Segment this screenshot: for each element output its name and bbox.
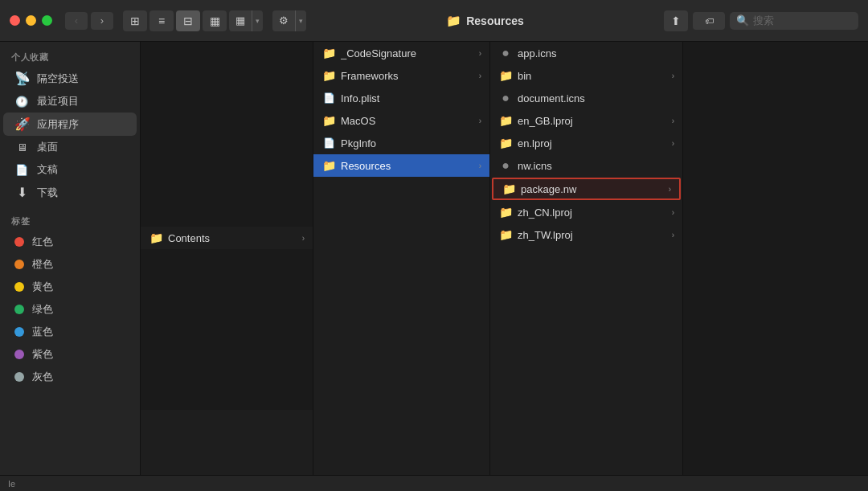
minimize-button[interactable] (26, 15, 36, 26)
sidebar-item-tag-gray[interactable]: 灰色 (3, 366, 137, 388)
tag-label: 紫色 (32, 347, 53, 362)
file-name: Info.plist (341, 92, 481, 104)
sidebar-item-label: 隔空投送 (37, 72, 79, 86)
chevron-right-icon: › (672, 231, 674, 239)
list-item[interactable]: ● app.icns (490, 42, 682, 64)
file-name: bin (518, 70, 667, 82)
tag-button[interactable]: 🏷 (693, 12, 725, 30)
list-item-resources[interactable]: 📁 Resources › (313, 154, 489, 177)
folder-icon: 📁 (498, 114, 513, 127)
folder-icon: 📁 (498, 137, 513, 149)
file-icon: ● (498, 91, 513, 105)
sidebar-item-label: 应用程序 (37, 117, 79, 132)
icon-view-button[interactable]: ⊞ (123, 10, 147, 31)
window-title: Resources (466, 14, 524, 27)
file-name: zh_CN.lproj (518, 207, 667, 219)
share-button[interactable]: ⬆ (664, 10, 688, 31)
search-bar[interactable]: 🔍 搜索 (730, 12, 858, 30)
chevron-right-icon: › (479, 49, 481, 58)
file-name: en.lproj (518, 137, 667, 149)
chevron-right-icon: › (669, 185, 671, 194)
status-text: Ie (8, 479, 15, 489)
file-icon: ● (498, 46, 513, 60)
back-button[interactable]: ‹ (65, 12, 88, 30)
sidebar-item-tag-green[interactable]: 绿色 (3, 298, 137, 321)
file-name: _CodeSignature (341, 47, 474, 59)
column-view-button[interactable]: ⊟ (176, 10, 200, 31)
list-item[interactable]: 📄 PkgInfo (313, 132, 489, 154)
sidebar-item-documents[interactable]: 📄 文稿 (3, 158, 137, 181)
sidebar-item-label: 最近项目 (37, 94, 79, 108)
chevron-right-icon: › (672, 208, 674, 217)
folder-icon: 📁 (321, 114, 336, 127)
list-item[interactable]: 📁 Contents › (141, 227, 313, 249)
tag-label: 绿色 (32, 302, 53, 317)
file-name: en_GB.lproj (518, 115, 667, 127)
file-name: Contents (168, 232, 297, 244)
tag-label: 红色 (32, 235, 53, 249)
sidebar-item-recents[interactable]: 🕐 最近项目 (3, 90, 137, 113)
search-icon: 🔍 (736, 14, 749, 27)
titlebar: ‹ › ⊞ ≡ ⊟ ▦ ▦ ▾ ⚙ ▾ 📁 Resources ⬆ 🏷 🔍 搜索 (0, 0, 868, 42)
favorites-label: 个人收藏 (0, 51, 140, 67)
gray-tag-dot (14, 372, 24, 382)
gear-menu-button[interactable]: ⚙ ▾ (272, 10, 306, 31)
gallery-view-button[interactable]: ▦ (203, 10, 227, 31)
sidebar-item-tag-yellow[interactable]: 黄色 (3, 276, 137, 298)
file-column-4 (683, 42, 868, 475)
chevron-right-icon: › (479, 72, 481, 80)
list-item-package-nw[interactable]: 📁 package.nw › (492, 178, 681, 200)
file-name: document.icns (518, 92, 674, 104)
orange-tag-dot (14, 260, 24, 269)
folder-icon: 📁 (321, 69, 336, 82)
chevron-right-icon: › (302, 234, 305, 243)
list-item[interactable]: 📁 _CodeSignature › (313, 42, 489, 64)
nav-buttons: ‹ › (65, 12, 113, 30)
list-item[interactable]: 📁 MacOS › (313, 109, 489, 132)
sidebar-item-label: 桌面 (37, 140, 58, 154)
view-options-button[interactable]: ▦ ▾ (229, 10, 263, 31)
list-item[interactable]: ● document.icns (490, 87, 682, 109)
sidebar-item-applications[interactable]: 🚀 应用程序 (3, 113, 137, 136)
list-item[interactable]: 📄 Info.plist (313, 87, 489, 109)
view-toolbar: ⊞ ≡ ⊟ ▦ ▦ ▾ (123, 10, 263, 31)
list-item[interactable]: ● nw.icns (490, 154, 682, 177)
folder-icon: 📁 (446, 14, 461, 28)
sidebar-item-airdrop[interactable]: 📡 隔空投送 (3, 67, 137, 90)
list-item[interactable]: 📁 bin › (490, 64, 682, 87)
list-item[interactable]: 📁 en_GB.lproj › (490, 109, 682, 132)
file-name: Resources (341, 160, 474, 172)
close-button[interactable] (10, 15, 20, 26)
fullscreen-button[interactable] (42, 15, 52, 26)
tags-label: 标签 (0, 215, 140, 231)
chevron-right-icon: › (672, 72, 674, 80)
folder-icon: 📁 (502, 182, 516, 195)
file-column-3: ● app.icns 📁 bin › ● document.icns 📁 en_… (490, 42, 683, 475)
list-item[interactable]: 📁 Frameworks › (313, 64, 489, 87)
list-item[interactable]: 📁 en.lproj › (490, 132, 682, 154)
sidebar-item-tag-purple[interactable]: 紫色 (3, 343, 137, 366)
list-item[interactable]: 📁 zh_CN.lproj › (490, 201, 682, 223)
tag-label: 灰色 (32, 370, 53, 384)
sidebar-item-tag-red[interactable]: 红色 (3, 231, 137, 253)
file-name: Frameworks (341, 70, 474, 82)
sidebar-item-tag-orange[interactable]: 橙色 (3, 253, 137, 276)
tag-label: 橙色 (32, 257, 53, 272)
chevron-down-icon: ▾ (295, 10, 306, 31)
desktop-icon: 🖥 (14, 141, 29, 153)
search-placeholder: 搜索 (753, 14, 774, 28)
sidebar-item-desktop[interactable]: 🖥 桌面 (3, 136, 137, 158)
gear-icon: ⚙ (272, 14, 295, 27)
blue-tag-dot (14, 327, 24, 337)
tag-label: 黄色 (32, 280, 53, 294)
folder-icon: 📁 (321, 47, 336, 59)
forward-button[interactable]: › (91, 12, 113, 30)
file-name: MacOS (341, 115, 474, 127)
sidebar-item-tag-blue[interactable]: 蓝色 (3, 321, 137, 343)
list-view-button[interactable]: ≡ (149, 10, 174, 31)
sidebar-item-downloads[interactable]: ⬇ 下载 (3, 181, 137, 204)
recents-icon: 🕐 (14, 96, 29, 108)
folder-icon: 📁 (149, 231, 163, 244)
main-content: 个人收藏 📡 隔空投送 🕐 最近项目 🚀 应用程序 🖥 桌面 📄 文稿 ⬇ 下载… (0, 42, 868, 475)
list-item[interactable]: 📁 zh_TW.lproj › (490, 223, 682, 246)
